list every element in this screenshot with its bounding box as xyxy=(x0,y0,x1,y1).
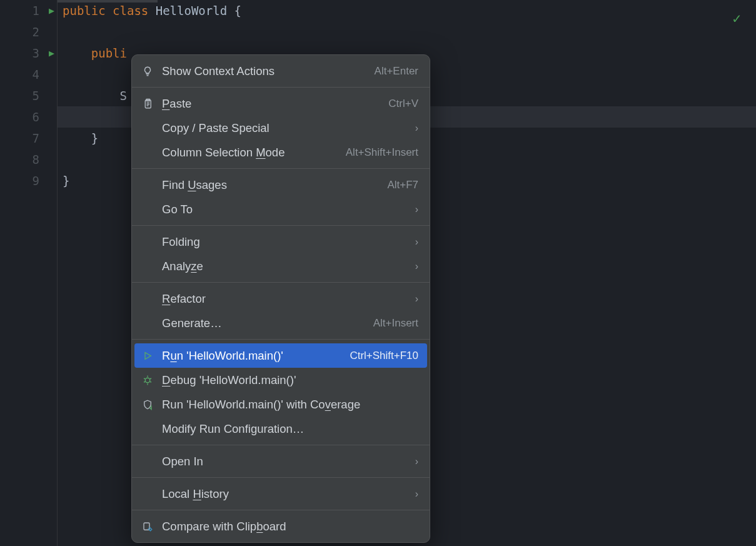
context-menu-label: Go To xyxy=(162,203,408,216)
line-number: 8 xyxy=(28,149,39,170)
editor-context-menu: Show Context ActionsAlt+EnterPasteCtrl+V… xyxy=(131,54,430,543)
code-line xyxy=(63,21,756,43)
editor-gutter: 1▶23▶456789 xyxy=(0,0,58,546)
gutter-row: 1▶ xyxy=(0,0,39,21)
svg-line-8 xyxy=(144,378,145,379)
code-line: public class HelloWorld { xyxy=(63,0,756,21)
context-menu-item[interactable]: PasteCtrl+V xyxy=(132,91,430,116)
context-menu-label: Find Usages xyxy=(162,178,380,192)
context-menu-label: Show Context Actions xyxy=(162,64,367,78)
gutter-row: 5 xyxy=(0,85,39,106)
run-gutter-icon[interactable]: ▶ xyxy=(49,43,54,64)
gutter-row: 6 xyxy=(0,106,39,128)
svg-line-11 xyxy=(150,382,151,382)
context-menu-shortcut: Alt+Shift+Insert xyxy=(346,146,418,159)
line-number: 4 xyxy=(28,64,39,85)
gutter-row: 3▶ xyxy=(0,43,39,64)
line-number: 5 xyxy=(28,85,39,106)
svg-point-6 xyxy=(145,378,150,383)
run-icon xyxy=(141,351,154,361)
chevron-right-icon: › xyxy=(415,293,418,305)
gutter-row: 9 xyxy=(0,170,39,191)
context-menu-item[interactable]: Refactor› xyxy=(132,286,430,311)
context-menu-separator xyxy=(132,477,430,478)
context-menu-item[interactable]: Folding› xyxy=(132,230,430,254)
context-menu-label: Debug 'HelloWorld.main()' xyxy=(162,373,418,387)
context-menu-shortcut: Alt+F7 xyxy=(387,179,418,191)
chevron-right-icon: › xyxy=(415,261,418,272)
clipboard-icon xyxy=(141,98,154,109)
context-menu-item[interactable]: Local History› xyxy=(132,482,430,506)
context-menu-item[interactable]: Show Context ActionsAlt+Enter xyxy=(132,59,430,83)
context-menu-separator xyxy=(132,339,430,340)
gutter-row: 2 xyxy=(0,21,39,43)
context-menu-label: Run 'HelloWorld.main()' with Coverage xyxy=(162,398,418,412)
context-menu-label: Copy / Paste Special xyxy=(162,121,408,135)
line-number: 7 xyxy=(28,128,39,149)
line-number: 1 xyxy=(28,0,39,21)
context-menu-shortcut: Ctrl+V xyxy=(388,98,418,110)
line-number: 3 xyxy=(28,43,39,64)
context-menu-item[interactable]: Find UsagesAlt+F7 xyxy=(132,173,430,197)
context-menu-item[interactable]: Compare with Clipboard xyxy=(132,514,430,538)
chevron-right-icon: › xyxy=(415,236,418,248)
context-menu-label: Open In xyxy=(162,455,408,468)
context-menu-shortcut: Ctrl+Shift+F10 xyxy=(350,350,418,362)
line-number: 2 xyxy=(28,21,39,43)
gutter-row: 4 xyxy=(0,64,39,85)
context-menu-label: Generate… xyxy=(162,316,366,330)
context-menu-label: Run 'HelloWorld.main()' xyxy=(162,349,342,363)
context-menu-label: Paste xyxy=(162,97,381,111)
context-menu-label: Folding xyxy=(162,235,408,249)
line-number: 9 xyxy=(28,170,39,191)
context-menu-label: Refactor xyxy=(162,292,408,306)
context-menu-label: Analyze xyxy=(162,260,408,273)
chevron-right-icon: › xyxy=(415,204,418,215)
context-menu-separator xyxy=(132,168,430,169)
context-menu-separator xyxy=(132,510,430,510)
context-menu-item[interactable]: Column Selection ModeAlt+Shift+Insert xyxy=(132,140,430,164)
context-menu-shortcut: Alt+Enter xyxy=(375,65,418,78)
context-menu-item[interactable]: Copy / Paste Special› xyxy=(132,116,430,140)
analysis-ok-icon[interactable]: ✓ xyxy=(732,11,742,26)
context-menu-item[interactable]: Open In› xyxy=(132,449,430,473)
diff-icon xyxy=(141,521,154,532)
chevron-right-icon: › xyxy=(415,488,418,500)
gutter-row: 8 xyxy=(0,149,39,170)
context-menu-separator xyxy=(132,87,430,88)
chevron-right-icon: › xyxy=(415,456,418,467)
context-menu-label: Modify Run Configuration… xyxy=(162,422,418,436)
context-menu-label: Compare with Clipboard xyxy=(162,520,418,533)
chevron-right-icon: › xyxy=(415,123,418,134)
svg-line-9 xyxy=(144,382,145,382)
context-menu-label: Local History xyxy=(162,487,408,501)
svg-line-10 xyxy=(150,378,151,379)
context-menu-label: Column Selection Mode xyxy=(162,146,338,159)
context-menu-shortcut: Alt+Insert xyxy=(373,317,418,330)
context-menu-item[interactable]: Go To› xyxy=(132,197,430,221)
line-number: 6 xyxy=(28,106,39,128)
context-menu-item[interactable]: Analyze› xyxy=(132,254,430,278)
context-menu-item[interactable]: Run 'HelloWorld.main()' with Coverage xyxy=(132,392,430,417)
run-gutter-icon[interactable]: ▶ xyxy=(49,0,54,21)
context-menu-separator xyxy=(132,225,430,226)
context-menu-separator xyxy=(132,445,430,445)
shield-icon xyxy=(141,399,154,410)
context-menu-item[interactable]: Run 'HelloWorld.main()'Ctrl+Shift+F10 xyxy=(134,343,427,368)
context-menu-separator xyxy=(132,282,430,283)
bug-icon xyxy=(141,375,154,386)
svg-marker-5 xyxy=(145,352,151,359)
context-menu-item[interactable]: Modify Run Configuration… xyxy=(132,417,430,441)
context-menu-item[interactable]: Debug 'HelloWorld.main()' xyxy=(132,368,430,392)
gutter-row: 7 xyxy=(0,128,39,149)
bulb-icon xyxy=(141,66,154,77)
context-menu-item[interactable]: Generate…Alt+Insert xyxy=(132,311,430,335)
